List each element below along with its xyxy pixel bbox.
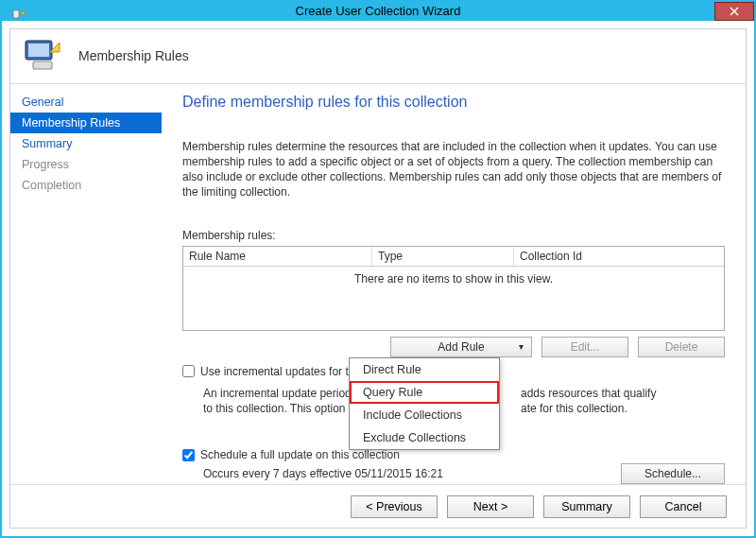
schedule-row: Schedule a full update on this collectio… <box>182 448 725 461</box>
grid-button-row: Add Rule ▾ Edit... Delete Direct Rule Qu… <box>182 337 725 357</box>
page-description: Membership rules determine the resources… <box>182 139 725 200</box>
header-band: Membership Rules <box>10 29 746 84</box>
svg-rect-0 <box>13 10 19 18</box>
schedule-button[interactable]: Schedule... <box>621 463 725 484</box>
main-panel: Define membership rules for this collect… <box>162 84 746 484</box>
sidebar-item-progress: Progress <box>10 154 162 175</box>
add-rule-label: Add Rule <box>438 340 484 354</box>
menu-direct-rule[interactable]: Direct Rule <box>350 358 499 381</box>
sidebar-item-summary[interactable]: Summary <box>10 133 162 154</box>
next-button[interactable]: Next > <box>447 495 534 518</box>
chevron-down-icon: ▾ <box>519 341 524 352</box>
menu-include-collections[interactable]: Include Collections <box>350 404 499 426</box>
header-title: Membership Rules <box>78 48 189 63</box>
sidebar-item-membership-rules[interactable]: Membership Rules <box>10 113 162 133</box>
schedule-label: Schedule a full update on this collectio… <box>200 448 400 461</box>
col-type[interactable]: Type <box>372 247 514 266</box>
col-rule-name[interactable]: Rule Name <box>183 247 372 266</box>
close-button[interactable] <box>714 2 754 21</box>
svg-rect-3 <box>33 61 52 69</box>
membership-rules-grid[interactable]: Rule Name Type Collection Id There are n… <box>182 246 725 331</box>
wizard-window: Create User Collection Wizard Membership… <box>0 0 756 538</box>
edit-button: Edit... <box>541 337 628 357</box>
add-rule-button[interactable]: Add Rule ▾ <box>390 337 532 357</box>
computer-icon <box>22 37 63 75</box>
menu-exclude-collections[interactable]: Exclude Collections <box>350 426 499 449</box>
cancel-button[interactable]: Cancel <box>640 495 727 518</box>
menu-query-rule[interactable]: Query Rule <box>350 381 499 404</box>
delete-button: Delete <box>638 337 725 357</box>
add-rule-dropdown: Direct Rule Query Rule Include Collectio… <box>349 357 500 450</box>
schedule-checkbox[interactable] <box>182 449 195 461</box>
grid-header: Rule Name Type Collection Id <box>183 247 724 267</box>
window-title: Create User Collection Wizard <box>296 4 461 18</box>
svg-rect-2 <box>28 43 49 57</box>
sidebar-item-completion: Completion <box>10 175 162 196</box>
sidebar-item-general[interactable]: General <box>10 92 162 113</box>
previous-button[interactable]: < Previous <box>351 495 438 518</box>
titlebar: Create User Collection Wizard <box>2 2 754 21</box>
membership-rules-label: Membership rules: <box>182 229 725 242</box>
grid-empty-text: There are no items to show in this view. <box>183 267 724 330</box>
summary-button[interactable]: Summary <box>543 495 630 518</box>
page-title: Define membership rules for this collect… <box>182 94 725 111</box>
wizard-body: Membership Rules General Membership Rule… <box>9 28 747 529</box>
col-collection-id[interactable]: Collection Id <box>514 247 724 266</box>
schedule-occurs-text: Occurs every 7 days effective 05/11/2015… <box>203 467 621 480</box>
sidebar: General Membership Rules Summary Progres… <box>10 84 162 484</box>
footer: < Previous Next > Summary Cancel <box>10 484 746 528</box>
incremental-checkbox[interactable] <box>182 365 195 377</box>
wizard-icon <box>9 7 26 24</box>
